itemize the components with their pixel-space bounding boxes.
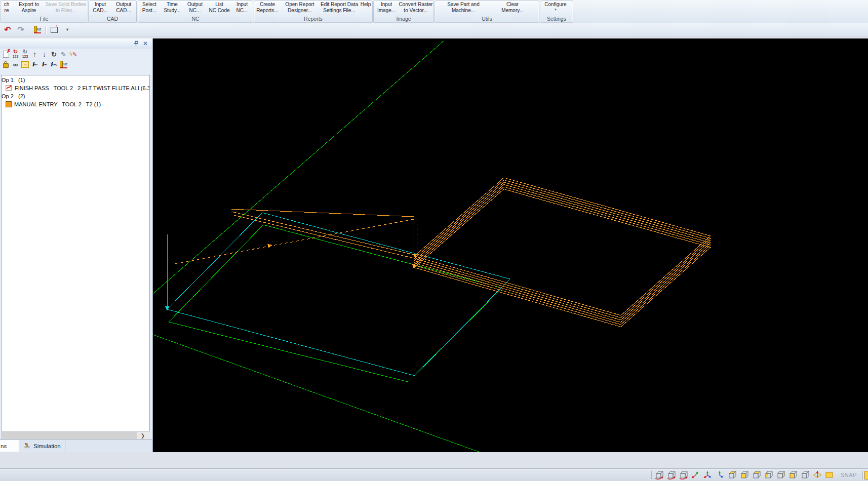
tab-simulation[interactable]: Simulation — [19, 440, 65, 452]
simulation-icon — [23, 443, 31, 450]
ribbon-group-image: Input Image... Convert Raster to Vector.… — [373, 1, 434, 23]
view-cube-back-icon[interactable] — [752, 470, 762, 480]
operations-tree: Op 1 (1)FINISH PASS TOOL 2 2 FLT TWIST F… — [1, 75, 150, 431]
clipped-button[interactable]: ch re — [1, 1, 13, 15]
renumber-gray-icon[interactable]: ↻123 — [20, 50, 30, 59]
scrollbar-thumb[interactable] — [1, 432, 137, 439]
edit-icon[interactable]: ✎ — [59, 50, 68, 59]
edit-report-data-settings-button[interactable]: Edit Report Data Settings File... — [319, 1, 360, 15]
pocket-level-loops — [414, 180, 711, 318]
panel-toolbar-row-2: ∞→i∞i∞i∞↓12 — [1, 59, 151, 69]
new-window-icon[interactable]: ↑ — [49, 25, 59, 35]
configure-button[interactable]: Configure ▾ — [540, 1, 571, 15]
view-cube-left-icon[interactable] — [764, 470, 774, 480]
tree-row-operation[interactable]: FINISH PASS TOOL 2 2 FLT TWIST FLUTE ALI… — [2, 84, 149, 92]
open-report-designer-button[interactable]: Open Report Designer... — [281, 1, 319, 15]
panel-toolbar: ✗↻123↻123↑↓↻✎ϟ✎ ∞→i∞i∞i∞↓12 — [1, 49, 151, 69]
redo-icon[interactable]: ↷ — [16, 25, 26, 35]
clipped-statusbar-icon — [864, 471, 868, 479]
tree-row-operation-group[interactable]: Op 1 (1) — [2, 76, 149, 84]
horizontal-scrollbar[interactable]: ❯ — [1, 431, 150, 439]
view-cube-front-icon[interactable] — [739, 470, 750, 480]
search-icon[interactable]: ∞ — [11, 60, 20, 69]
view-cube-iso-icon[interactable] — [788, 470, 799, 480]
operations-panel: ✕ ✗↻123↻123↑↓↻✎ϟ✎ ∞→i∞i∞i∞↓12 Op 1 (1)FI… — [0, 38, 153, 452]
yellow-plane-icon[interactable] — [824, 470, 835, 480]
ribbon-group-label: CAD — [89, 16, 136, 22]
tree-row-operation-group[interactable]: Op 2 (2) — [2, 92, 149, 100]
rotate-cube-z-icon[interactable] — [679, 470, 689, 480]
orange-top-line — [231, 209, 414, 217]
ribbon-group-reports: Create Reports... Open Report Designer..… — [254, 1, 373, 23]
tree-row-operation[interactable]: MANUAL ENTRY TOOL 2 T2 (1) — [2, 100, 149, 108]
view-cube-top-icon[interactable] — [727, 470, 738, 480]
pocket-level-loops — [414, 187, 711, 325]
close-icon[interactable]: ✕ — [141, 39, 149, 48]
view-cube-iso2-icon[interactable] — [800, 470, 811, 480]
move-up-icon[interactable]: ↑ — [30, 50, 40, 59]
output-cad-button[interactable]: Output CAD... — [112, 1, 135, 15]
orange-rapid-dashed — [175, 219, 414, 264]
input-cad-button[interactable]: Input CAD... — [89, 1, 112, 15]
ribbon-group-settings: Configure ▾ Settings — [540, 1, 573, 23]
statusbar-separator — [651, 471, 652, 479]
info-search-icon[interactable]: i∞ — [40, 60, 49, 69]
ribbon: ch re Export to Aspire Save Solid Bodies… — [0, 0, 868, 24]
quick-access-toolbar: ↶↷12↑▼ — [0, 23, 868, 36]
ribbon-group-cad: Input CAD... Output CAD... CAD — [88, 1, 137, 23]
cad-viewport[interactable] — [153, 38, 868, 452]
quick-edit-icon[interactable]: ϟ✎ — [68, 50, 78, 59]
lock-icon[interactable] — [1, 60, 11, 69]
view-cube-right-icon[interactable] — [776, 470, 786, 480]
info-search-plus-icon[interactable]: i∞↓ — [49, 60, 59, 69]
save-part-and-machine-button[interactable]: Save Part and Machine... — [435, 1, 492, 15]
axis-xyz-icon[interactable] — [703, 470, 714, 480]
ribbon-group-label: NC — [138, 16, 253, 22]
tree-row-label: FINISH PASS TOOL 2 2 FLT TWIST FLUTE ALI… — [15, 85, 150, 91]
rapid-line-upper — [153, 41, 444, 294]
ribbon-group-label: Settings — [540, 16, 573, 22]
info-glasses-icon[interactable]: i∞ — [30, 60, 40, 69]
create-reports-button[interactable]: Create Reports... — [254, 1, 281, 15]
goto-number-icon[interactable]: → — [20, 60, 30, 69]
dropdown-icon[interactable]: ▼ — [62, 25, 72, 35]
help-button[interactable]: Help — [360, 1, 372, 15]
output-nc-button[interactable]: Output NC... — [184, 1, 206, 15]
rotate-cube-x-icon[interactable] — [654, 470, 665, 480]
input-nc-button[interactable]: Input NC... — [232, 1, 252, 15]
renumber-red-icon[interactable]: ↻123 — [11, 50, 20, 59]
pin-icon[interactable] — [132, 39, 140, 48]
status-bar: SNAP — [0, 468, 868, 481]
tab-operations[interactable]: ns — [0, 440, 19, 452]
tool-12-icon[interactable]: 12 — [59, 60, 68, 69]
convert-raster-to-vector-button[interactable]: Convert Raster to Vector... — [399, 1, 432, 15]
list-nc-code-button[interactable]: List NC Code — [206, 1, 232, 15]
select-post-button[interactable]: Select Post... — [138, 1, 161, 15]
snap-label[interactable]: SNAP — [841, 472, 857, 478]
ribbon-group-nc: Select Post... Time Study... Output NC..… — [138, 1, 253, 23]
recalculate-icon[interactable]: ↻ — [49, 50, 59, 59]
plane-axis-icon[interactable] — [812, 470, 823, 480]
time-study-button[interactable]: Time Study... — [161, 1, 184, 15]
undo-icon[interactable]: ↶ — [3, 25, 13, 35]
panel-tabs: ns Simulation — [0, 439, 152, 452]
rotate-cube-y-icon[interactable] — [666, 470, 677, 480]
axis-xy-icon[interactable] — [691, 470, 701, 480]
rapid-line-lower — [153, 335, 481, 452]
ribbon-group-label: Reports — [254, 16, 372, 22]
move-down-icon[interactable]: ↓ — [40, 50, 49, 59]
input-image-button[interactable]: Input Image... — [374, 1, 399, 15]
statusbar-separator — [862, 471, 863, 479]
tool-number-icon[interactable]: 12 — [32, 25, 43, 35]
export-to-aspire-button[interactable]: Export to Aspire — [13, 1, 45, 15]
ribbon-group-utils: Save Part and Machine... Clear Memory...… — [435, 1, 539, 23]
panel-toolbar-row-1: ✗↻123↻123↑↓↻✎ϟ✎ — [1, 49, 151, 59]
axis-yz-icon[interactable] — [715, 470, 726, 480]
view-toolbar — [653, 470, 836, 480]
clear-memory-button[interactable]: Clear Memory... — [492, 1, 533, 15]
scroll-right-arrow[interactable]: ❯ — [137, 431, 149, 439]
delete-operation-icon[interactable]: ✗ — [1, 50, 11, 59]
ribbon-group-label: Utils — [435, 16, 539, 22]
save-solid-bodies-button: Save Solid Bodies to Files... — [45, 1, 87, 15]
ribbon-group-label: File — [1, 16, 88, 22]
